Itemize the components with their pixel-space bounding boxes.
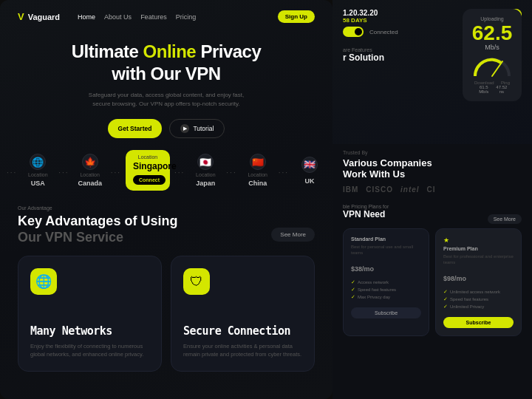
server-flag-usa: 🌐 (30, 154, 46, 170)
standard-plan-price: $38/mo (351, 259, 421, 275)
server-item-uk[interactable]: 🇬🇧 UK (293, 157, 326, 185)
server-flag-china: 🇨🇳 (250, 154, 266, 170)
logo-icon: V (18, 11, 24, 22)
server-name-usa: USA (31, 180, 45, 187)
advantages-section: Our Advantage Key Advantages of Using Ou… (0, 194, 332, 245)
connect-button[interactable]: Connect (133, 175, 166, 185)
uploading-label: Uploading (471, 16, 513, 21)
premium-feature-2: Speed fast features (443, 296, 514, 302)
app-days: 58 DAYS (343, 17, 398, 24)
logo-cisco: CISCO (366, 185, 393, 194)
signup-button[interactable]: Sign Up (278, 10, 315, 23)
feature-cards: 🌐 Many Networks Enjoy the flexibility of… (0, 245, 332, 372)
ping-val: 47.52 ns (494, 85, 510, 94)
speed-widget: Uploading 62.5 Mb/s Download Ping 61.5 M… (463, 9, 522, 101)
feature-1: Access network (351, 279, 421, 285)
server-row: ··· 🌐 Location USA ··· 🍁 Location Canada… (0, 150, 332, 191)
server-name-canada: Canada (78, 180, 102, 187)
pricing-see-more[interactable]: See More (488, 214, 522, 224)
server-dots-5: ··· (226, 164, 236, 177)
feature-card-networks: 🌐 Many Networks Enjoy the flexibility of… (18, 256, 162, 372)
app-preview: 1.20.32.20 58 DAYS Connected 🇸🇬 Singapor… (332, 0, 532, 144)
see-more-button[interactable]: See More (271, 228, 315, 242)
server-dots-left: ··· (7, 164, 17, 177)
premium-plan-price: $98/mo (443, 269, 514, 284)
advantages-title: Key Advantages of Using Our VPN Service (18, 214, 315, 245)
premium-feature-1: Unlimited access network (443, 289, 514, 295)
server-label-japan: Location (196, 172, 215, 177)
toggle-row: Connected (343, 27, 398, 37)
server-card-location-label: Location (133, 154, 163, 160)
app-ip: 1.20.32.20 (343, 9, 398, 17)
hero-subtitle: Safeguard your data, access global conte… (85, 91, 248, 109)
companies-title: Various CompaniesWork With Us (343, 157, 522, 180)
companies-pre: Trusted By (343, 150, 522, 155)
server-card-singapore[interactable]: Location Singapore Connect (126, 150, 170, 191)
server-name-japan: Japan (196, 180, 215, 187)
download-val: 61.5 Mb/s (474, 85, 494, 94)
server-label-usa: Location (28, 172, 47, 177)
standard-subscribe-button[interactable]: Subscribe (351, 307, 421, 318)
premium-plan-label: Premium Plan (443, 246, 514, 251)
nav-link-home[interactable]: Home (78, 13, 95, 21)
premium-plan-desc: Best for professional and enterprise tea… (443, 253, 514, 266)
server-label-canada: Location (80, 172, 99, 177)
networks-icon: 🌐 (30, 268, 57, 295)
nav-link-pricing[interactable]: Pricing (176, 13, 197, 21)
networks-title: Many Networks (30, 324, 149, 338)
logo-text: Vaguard (28, 13, 60, 21)
nav-link-about[interactable]: About Us (104, 13, 132, 21)
hero-section: Ultimate Online Privacy with Our VPN Saf… (0, 33, 332, 138)
server-flag-japan: 🇯🇵 (197, 154, 214, 170)
server-label-china: Location (248, 172, 267, 177)
companies-section: Trusted By Various CompaniesWork With Us… (332, 144, 532, 200)
server-dots-3: ··· (111, 164, 121, 177)
speed-value: 62.5 (471, 23, 513, 44)
nav-links: Home About Us Features Pricing (78, 13, 196, 21)
feature-3: Max Privacy day (351, 294, 421, 300)
get-started-button[interactable]: Get Started (108, 119, 163, 138)
server-dots-2: ··· (58, 164, 69, 177)
app-info: 1.20.32.20 58 DAYS Connected (343, 9, 398, 37)
feature-card-security: 🛡 Secure Connection Ensure your online a… (171, 256, 315, 372)
server-flag-uk: 🇬🇧 (301, 157, 318, 173)
pricing-section: ble Pricing Plans for VPN Need See More … (332, 200, 532, 341)
premium-star-icon: ★ (443, 236, 514, 244)
server-dots-4: ··· (174, 164, 185, 177)
right-panel: 1.20.32.20 58 DAYS Connected 🇸🇬 Singapor… (332, 0, 532, 399)
hero-buttons: Get Started ▶ Tutorial (18, 119, 315, 138)
logo-ibm: IBM (343, 185, 358, 194)
premium-plan-features: Unlimited access network Speed fast feat… (443, 289, 514, 310)
hero-title: Ultimate Online Privacy with Our VPN (18, 41, 315, 85)
standard-plan-desc: Best for personal use and small teams (351, 244, 421, 256)
standard-plan-card: Standard Plan Best for personal use and … (343, 228, 429, 336)
feature-2: Speed fast features (351, 287, 421, 293)
pricing-title: VPN Need (343, 209, 389, 219)
networks-desc: Enjoy the flexibility of connecting to n… (30, 342, 149, 359)
tutorial-button[interactable]: ▶ Tutorial (169, 119, 225, 138)
security-desc: Ensure your online activities & personal… (183, 342, 302, 359)
nav-link-features[interactable]: Features (140, 13, 167, 21)
logo-intel: intel (400, 185, 420, 194)
server-item-usa[interactable]: 🌐 Location USA (21, 154, 54, 187)
advantages-pre-label: Our Advantage (18, 205, 315, 211)
security-icon: 🛡 (183, 268, 210, 295)
server-name-uk: UK (305, 177, 315, 185)
server-item-canada[interactable]: 🍁 Location Canada (74, 154, 106, 187)
pricing-pre: ble Pricing Plans for (343, 204, 389, 209)
pricing-cards: Standard Plan Best for personal use and … (343, 228, 522, 336)
premium-subscribe-button[interactable]: Subscribe (443, 317, 514, 328)
speed-unit: Mb/s (471, 44, 513, 51)
companies-logos: IBM CISCO intel CI (343, 185, 522, 194)
premium-feature-3: Unlimited Privacy (443, 304, 514, 310)
left-panel: V Vaguard Home About Us Features Pricing… (0, 0, 332, 399)
server-name-china: China (248, 180, 267, 187)
server-item-china[interactable]: 🇨🇳 Location China (242, 154, 274, 187)
logo-ci: CI (427, 185, 436, 194)
vpn-toggle[interactable] (343, 27, 364, 37)
server-item-japan[interactable]: 🇯🇵 Location Japan (189, 154, 222, 187)
premium-plan-card: ★ Premium Plan Best for professional and… (435, 228, 522, 336)
speed-values-row: 61.5 Mb/s 47.52 ns (471, 85, 513, 94)
navbar: V Vaguard Home About Us Features Pricing… (0, 0, 332, 33)
play-icon: ▶ (180, 124, 189, 133)
